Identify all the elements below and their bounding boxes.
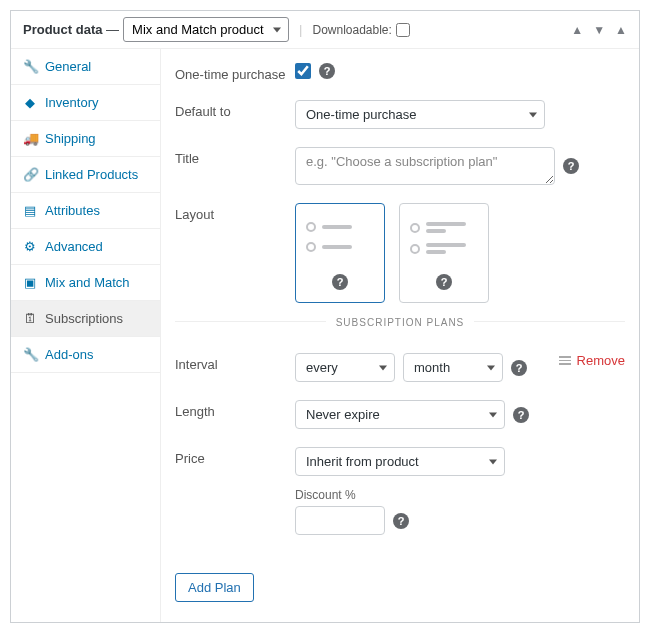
- header-separator: |: [299, 22, 302, 37]
- panel-move-down-icon[interactable]: ▼: [593, 23, 605, 37]
- subscription-plan: Remove Interval every month: [175, 353, 625, 535]
- downloadable-checkbox[interactable]: [396, 23, 410, 37]
- price-select[interactable]: Inherit from product: [295, 447, 505, 476]
- tab-mix-and-match[interactable]: ▣Mix and Match: [11, 265, 160, 301]
- wrench-icon: 🔧: [23, 59, 37, 74]
- default-to-label: Default to: [175, 100, 295, 119]
- wrench-icon: 🔧: [23, 347, 37, 362]
- tab-advanced[interactable]: ⚙Advanced: [11, 229, 160, 265]
- discount-input[interactable]: [295, 506, 385, 535]
- grid-icon: ▣: [23, 275, 37, 290]
- one-time-purchase-label: One-time purchase: [175, 63, 295, 82]
- subscription-plans-title: SUBSCRIPTION PLANS: [326, 317, 475, 328]
- panel-move-up-icon[interactable]: ▲: [571, 23, 583, 37]
- interval-label: Interval: [175, 353, 295, 372]
- one-time-purchase-checkbox[interactable]: [295, 63, 311, 79]
- help-icon[interactable]: ?: [436, 274, 452, 290]
- panel-toggles: ▲ ▼ ▲: [571, 23, 627, 37]
- title-input[interactable]: [295, 147, 555, 185]
- link-icon: 🔗: [23, 167, 37, 182]
- title-label: Title: [175, 147, 295, 166]
- panel-title: Product data —: [23, 22, 119, 37]
- gear-icon: ⚙: [23, 239, 37, 254]
- tab-general[interactable]: 🔧General: [11, 49, 160, 85]
- discount-field: Discount % ?: [295, 488, 409, 535]
- layout-option-detailed[interactable]: ?: [399, 203, 489, 303]
- discount-label: Discount %: [295, 488, 409, 502]
- layout-options: ? ?: [295, 203, 489, 303]
- help-icon[interactable]: ?: [393, 513, 409, 529]
- panel-collapse-icon[interactable]: ▲: [615, 23, 627, 37]
- tab-linked-products[interactable]: 🔗Linked Products: [11, 157, 160, 193]
- price-row: Price Inherit from product Discount % ?: [175, 447, 625, 535]
- product-data-tabs: 🔧General ◆Inventory 🚚Shipping 🔗Linked Pr…: [11, 49, 161, 622]
- length-select[interactable]: Never expire: [295, 400, 505, 429]
- help-icon[interactable]: ?: [319, 63, 335, 79]
- interval-frequency-select[interactable]: every: [295, 353, 395, 382]
- plan-remove-control: Remove: [559, 353, 625, 368]
- product-type-select[interactable]: Mix and Match product: [123, 17, 289, 42]
- interval-row: Interval every month ?: [175, 353, 625, 382]
- help-icon[interactable]: ?: [513, 407, 529, 423]
- default-to-select[interactable]: One-time purchase: [295, 100, 545, 129]
- default-to-row: Default to One-time purchase: [175, 100, 625, 129]
- interval-period-select[interactable]: month: [403, 353, 503, 382]
- tab-subscriptions[interactable]: 🗓Subscriptions: [11, 301, 160, 337]
- list-icon: ▤: [23, 203, 37, 218]
- panel-header: Product data — Mix and Match product | D…: [11, 11, 639, 49]
- tab-inventory[interactable]: ◆Inventory: [11, 85, 160, 121]
- drag-handle-icon[interactable]: [559, 356, 571, 365]
- price-label: Price: [175, 447, 295, 466]
- remove-plan-button[interactable]: Remove: [577, 353, 625, 368]
- subscription-plans-divider: SUBSCRIPTION PLANS: [175, 321, 625, 337]
- layout-row: Layout ?: [175, 203, 625, 303]
- downloadable-label: Downloadable:: [312, 23, 391, 37]
- tab-content: One-time purchase ? Default to One-time …: [161, 49, 639, 622]
- layout-label: Layout: [175, 203, 295, 222]
- downloadable-field[interactable]: Downloadable:: [312, 23, 409, 37]
- length-label: Length: [175, 400, 295, 419]
- help-icon[interactable]: ?: [511, 360, 527, 376]
- title-row: Title ?: [175, 147, 625, 185]
- add-plan-button[interactable]: Add Plan: [175, 573, 254, 602]
- tab-attributes[interactable]: ▤Attributes: [11, 193, 160, 229]
- one-time-purchase-row: One-time purchase ?: [175, 63, 625, 82]
- length-row: Length Never expire ?: [175, 400, 625, 429]
- tab-add-ons[interactable]: 🔧Add-ons: [11, 337, 160, 373]
- product-data-panel: Product data — Mix and Match product | D…: [10, 10, 640, 623]
- panel-body: 🔧General ◆Inventory 🚚Shipping 🔗Linked Pr…: [11, 49, 639, 622]
- truck-icon: 🚚: [23, 131, 37, 146]
- layout-option-compact[interactable]: ?: [295, 203, 385, 303]
- help-icon[interactable]: ?: [563, 158, 579, 174]
- help-icon[interactable]: ?: [332, 274, 348, 290]
- tab-shipping[interactable]: 🚚Shipping: [11, 121, 160, 157]
- calendar-icon: 🗓: [23, 311, 37, 326]
- diamond-icon: ◆: [23, 95, 37, 110]
